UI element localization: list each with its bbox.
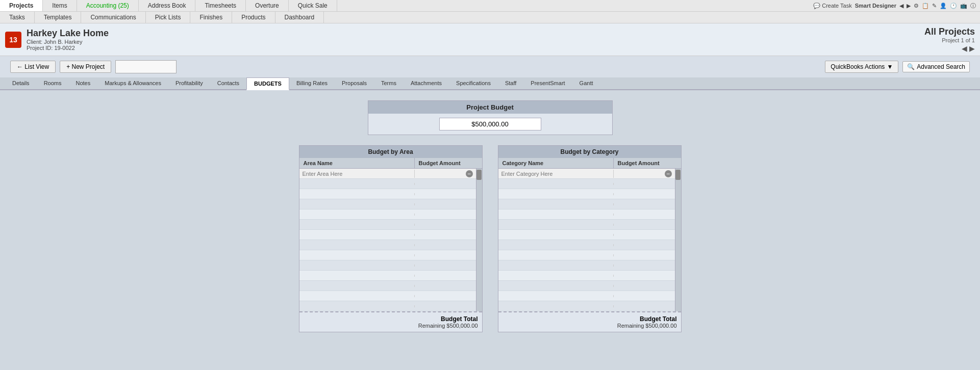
advanced-search-button[interactable]: 🔍 Advanced Search (902, 61, 970, 72)
budget-by-category-columns: Category Name Budget Amount (498, 158, 681, 169)
area-row-4 (299, 199, 476, 209)
nav-tab-quick-sale[interactable]: Quick Sale (289, 0, 337, 11)
area-row-10 (299, 260, 476, 271)
project-info: Harkey Lake Home Client: John B. Harkey … (27, 28, 109, 51)
tab-attachments[interactable]: Attachments (404, 77, 449, 90)
cat-row-11 (498, 271, 675, 281)
search-icon: 🔍 (907, 63, 915, 70)
project-client: Client: John B. Harkey (27, 39, 109, 45)
cat-row-10 (498, 260, 675, 271)
user-icon[interactable]: 👤 (940, 3, 947, 9)
nav-tab-timesheets[interactable]: Timesheets (195, 0, 246, 11)
tab-budgets[interactable]: BUDGETS (246, 77, 289, 90)
area-row-first: − (299, 169, 476, 179)
new-project-button[interactable]: + New Project (60, 61, 111, 73)
cat-row-3 (498, 189, 675, 199)
nav-tab-pick-lists[interactable]: Pick Lists (146, 12, 191, 23)
area-row-3 (299, 189, 476, 199)
screen-icon[interactable]: 📺 (960, 3, 967, 9)
tab-staff[interactable]: Staff (498, 77, 523, 90)
top-nav-row2: Tasks Templates Communications Pick List… (0, 12, 980, 23)
area-scroll-track[interactable] (476, 169, 482, 311)
info-icon[interactable]: ⓘ (970, 2, 976, 10)
budget-by-area-table: Budget by Area Area Name Budget Amount − (299, 145, 483, 332)
cat-row-14 (498, 301, 675, 311)
prev-project-arrow[interactable]: ◀ (962, 44, 967, 52)
next-project-arrow[interactable]: ▶ (969, 44, 975, 52)
area-scroll-thumb[interactable] (476, 170, 482, 180)
tab-profitability[interactable]: Profitability (168, 77, 210, 90)
toolbar: ← List View + New Project QuickBooks Act… (0, 56, 980, 77)
area-row-2 (299, 179, 476, 189)
main-content: Project Budget Budget by Area Area Name … (0, 90, 980, 358)
project-header: 13 Harkey Lake Home Client: John B. Hark… (0, 23, 980, 56)
category-scroll-thumb[interactable] (675, 170, 681, 180)
chat-icon: 💬 (813, 3, 820, 9)
nav-tab-projects[interactable]: Projects (0, 0, 43, 11)
top-right-tools: 💬 Create Task Smart Designer ◀ ▶ ⚙ 📋 ✎ 👤… (809, 0, 980, 11)
budget-by-area-columns: Area Name Budget Amount (299, 158, 482, 169)
project-budget-header: Project Budget (368, 101, 612, 114)
project-budget-input[interactable] (439, 118, 541, 130)
tab-contacts[interactable]: Contacts (210, 77, 246, 90)
nav-tab-items[interactable]: Items (43, 0, 77, 11)
category-budget-total-label: Budget Total (502, 315, 677, 323)
project-id: Project ID: 19-0022 (27, 45, 109, 51)
nav-tab-finishes[interactable]: Finishes (190, 12, 232, 23)
tool1-icon[interactable]: 📋 (922, 3, 929, 9)
category-name-input[interactable] (501, 171, 610, 177)
tab-present-smart[interactable]: PresentSmart (523, 77, 572, 90)
chevron-down-icon: ▼ (887, 63, 893, 70)
project-header-right: All Projects Project 1 of 1 ◀ ▶ (924, 27, 975, 52)
project-header-left: 13 Harkey Lake Home Client: John B. Hark… (5, 28, 109, 51)
area-row-8 (299, 240, 476, 250)
cat-row-6 (498, 220, 675, 230)
tab-markups[interactable]: Markups & Allowances (97, 77, 168, 90)
category-remove-button[interactable]: − (665, 170, 672, 177)
clock-icon[interactable]: 🕐 (950, 3, 957, 9)
area-row-9 (299, 250, 476, 260)
tab-rooms[interactable]: Rooms (37, 77, 69, 90)
nav-tab-communications[interactable]: Communications (81, 12, 145, 23)
tab-notes[interactable]: Notes (68, 77, 97, 90)
quickbooks-actions-dropdown[interactable]: QuickBooks Actions ▼ (825, 61, 898, 73)
nav-tab-address-book[interactable]: Address Book (139, 0, 196, 11)
cat-row-13 (498, 291, 675, 301)
tab-terms[interactable]: Terms (374, 77, 404, 90)
list-view-button[interactable]: ← List View (10, 61, 56, 73)
budget-by-category-header: Budget by Category (498, 146, 681, 158)
category-amount-cell-first: − (614, 169, 675, 178)
tab-details[interactable]: Details (5, 77, 37, 90)
nav-tab-dashboard[interactable]: Dashboard (275, 12, 324, 23)
area-amount-cell-first: − (415, 169, 476, 178)
area-name-input[interactable] (303, 171, 411, 177)
nav-tab-templates[interactable]: Templates (35, 12, 82, 23)
settings-icon[interactable]: ⚙ (914, 3, 919, 9)
create-task-button[interactable]: 💬 Create Task (813, 3, 852, 9)
tool2-icon[interactable]: ✎ (932, 3, 937, 9)
cat-row-12 (498, 281, 675, 291)
nav-left-icon[interactable]: ◀ (899, 3, 903, 9)
nav-tab-accounting[interactable]: Accounting (25) (77, 0, 139, 11)
tab-gantt[interactable]: Gantt (572, 77, 600, 90)
budget-by-category-table: Budget by Category Category Name Budget … (498, 145, 682, 332)
nav-tab-products[interactable]: Products (232, 12, 275, 23)
smart-designer-label: Smart Designer (855, 3, 896, 9)
search-field[interactable] (115, 60, 177, 73)
area-row-7 (299, 230, 476, 240)
area-row-5 (299, 209, 476, 220)
tab-proposals[interactable]: Proposals (335, 77, 374, 90)
nav-tab-overture[interactable]: Overture (246, 0, 289, 11)
area-scroll-spacer (476, 158, 482, 168)
all-projects-label: All Projects (924, 27, 975, 37)
tab-billing-rates[interactable]: Billing Rates (289, 77, 335, 90)
category-name-input-cell (498, 170, 614, 178)
nav-tab-tasks[interactable]: Tasks (0, 12, 35, 23)
nav-right-icon[interactable]: ▶ (907, 3, 911, 9)
tab-specifications[interactable]: Specifications (449, 77, 498, 90)
area-col-amount: Budget Amount (415, 158, 476, 168)
area-remove-button[interactable]: − (466, 170, 473, 177)
category-scroll-track[interactable] (675, 169, 681, 311)
budget-by-category-body: − (498, 169, 681, 311)
area-row-12 (299, 281, 476, 291)
